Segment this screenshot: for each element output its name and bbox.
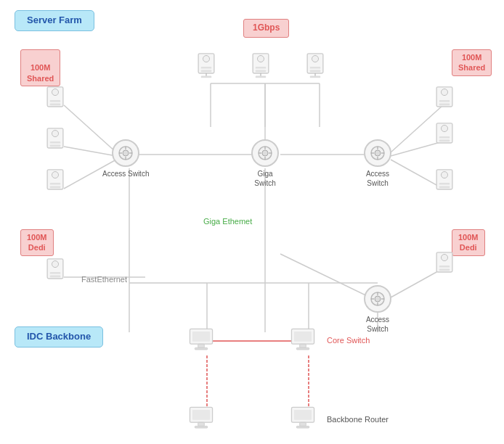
- svg-point-46: [52, 89, 58, 96]
- svg-rect-64: [439, 103, 450, 105]
- svg-point-40: [312, 56, 318, 62]
- 100m-dedi-right-label: 100MDedi: [458, 233, 479, 252]
- svg-rect-114: [294, 410, 312, 420]
- server-right-dedi: [433, 251, 456, 279]
- 100m-shared-right-badge: 100MShared: [452, 49, 492, 76]
- 1gbps-badge: 1Gbps: [243, 19, 289, 38]
- svg-rect-107: [300, 344, 306, 348]
- server-top-3: [304, 52, 327, 80]
- svg-rect-44: [310, 76, 320, 78]
- fast-ethernet-label: FastEthernet: [81, 274, 127, 284]
- backbone-router-right: [289, 405, 317, 432]
- svg-rect-51: [50, 141, 60, 144]
- svg-rect-55: [50, 183, 60, 185]
- svg-rect-67: [439, 136, 450, 139]
- svg-rect-47: [50, 100, 60, 102]
- svg-rect-35: [256, 67, 266, 69]
- svg-rect-42: [310, 70, 320, 72]
- svg-rect-112: [195, 426, 207, 428]
- server-top-2: [249, 52, 272, 80]
- server-left-3: [44, 168, 67, 196]
- server-farm-badge: Server Farm: [15, 10, 94, 31]
- svg-rect-59: [50, 272, 60, 274]
- server-right-2: [433, 122, 456, 149]
- server-top-1: [195, 52, 218, 80]
- svg-rect-38: [256, 76, 266, 78]
- svg-rect-104: [195, 348, 207, 350]
- backbone-router-left: [187, 405, 215, 432]
- svg-point-66: [441, 126, 447, 132]
- svg-point-62: [441, 89, 447, 96]
- svg-point-54: [52, 172, 58, 178]
- svg-point-58: [52, 261, 58, 268]
- svg-point-70: [441, 172, 447, 178]
- giga-switch: GigaSwitch: [251, 139, 279, 188]
- access-switch-left-label: Access Switch: [102, 169, 149, 178]
- svg-rect-116: [296, 426, 309, 428]
- svg-rect-111: [198, 422, 205, 426]
- svg-rect-52: [50, 144, 60, 147]
- svg-rect-115: [300, 422, 306, 426]
- svg-rect-76: [439, 268, 450, 271]
- access-switch-right-bottom-label: AccessSwitch: [366, 315, 389, 334]
- core-switch-left: [187, 326, 215, 354]
- access-switch-right-top-label: AccessSwitch: [366, 169, 389, 188]
- access-switch-left: Access Switch: [102, 139, 149, 178]
- giga-ethernet-label: Giga Ethemet: [203, 216, 252, 226]
- 100m-shared-right-label: 100MShared: [458, 53, 485, 72]
- svg-point-34: [257, 56, 264, 62]
- svg-rect-71: [439, 183, 450, 185]
- svg-point-74: [441, 255, 447, 261]
- svg-point-28: [203, 56, 209, 62]
- access-switch-right-bottom: AccessSwitch: [364, 285, 391, 334]
- 100m-shared-left-badge: 100MShared: [20, 49, 60, 86]
- svg-rect-63: [439, 100, 450, 102]
- svg-rect-56: [50, 186, 60, 188]
- server-left-2: [44, 127, 67, 155]
- svg-point-84: [262, 150, 268, 156]
- svg-rect-68: [439, 139, 450, 141]
- svg-point-96: [375, 296, 381, 302]
- server-right-3: [433, 168, 456, 196]
- server-right-1: [433, 86, 456, 113]
- core-switch-right: [289, 326, 317, 354]
- svg-rect-32: [201, 76, 211, 78]
- svg-point-50: [52, 131, 58, 137]
- 100m-shared-left-label: 100MShared: [27, 63, 54, 82]
- svg-rect-72: [439, 186, 450, 188]
- network-diagram: Server Farm IDC Backbone 1Gbps 100MShare…: [0, 0, 504, 444]
- server-left-1: [44, 86, 67, 113]
- svg-rect-29: [201, 67, 211, 69]
- 100m-dedi-left-badge: 100MDedi: [20, 229, 54, 256]
- 100m-dedi-left-label: 100MDedi: [27, 233, 47, 252]
- server-left-dedi: [44, 258, 67, 285]
- giga-switch-label: GigaSwitch: [254, 169, 275, 188]
- svg-rect-75: [439, 266, 450, 268]
- svg-rect-102: [192, 332, 210, 342]
- svg-rect-30: [201, 70, 211, 72]
- svg-rect-36: [256, 70, 266, 72]
- svg-rect-48: [50, 103, 60, 105]
- svg-rect-110: [192, 410, 210, 420]
- svg-rect-108: [296, 348, 309, 350]
- svg-rect-103: [198, 344, 205, 348]
- svg-rect-60: [50, 275, 60, 277]
- access-switch-right-top: AccessSwitch: [364, 139, 391, 188]
- svg-point-90: [375, 150, 381, 156]
- core-switch-text-label: Core Switch: [327, 336, 370, 345]
- idc-backbone-badge: IDC Backbone: [15, 326, 103, 348]
- 100m-dedi-right-badge: 100MDedi: [452, 229, 485, 256]
- svg-rect-41: [310, 67, 320, 69]
- backbone-router-text-label: Backbone Router: [327, 415, 389, 424]
- svg-point-78: [123, 150, 129, 156]
- svg-line-17: [280, 254, 378, 301]
- svg-rect-106: [294, 332, 312, 342]
